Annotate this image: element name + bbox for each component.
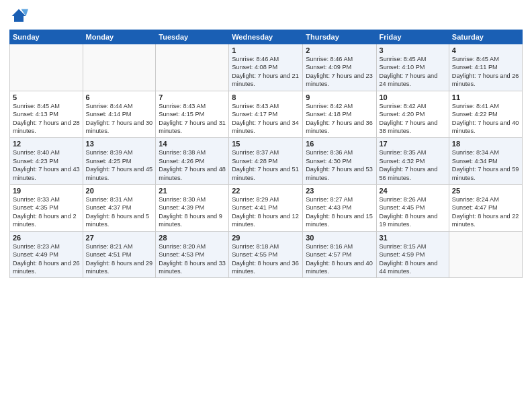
day-number: 11 [452, 93, 519, 101]
day-info: Sunrise: 8:33 AM Sunset: 4:35 PM Dayligh… [13, 195, 80, 229]
calendar-cell: 6Sunrise: 8:44 AM Sunset: 4:14 PM Daylig… [83, 91, 156, 138]
calendar-cell: 22Sunrise: 8:29 AM Sunset: 4:41 PM Dayli… [229, 185, 303, 232]
day-number: 15 [232, 140, 300, 148]
day-number: 20 [86, 187, 153, 195]
calendar-week-3: 12Sunrise: 8:40 AM Sunset: 4:23 PM Dayli… [10, 138, 523, 185]
weekday-header-wednesday: Wednesday [229, 30, 303, 44]
calendar-cell: 7Sunrise: 8:43 AM Sunset: 4:15 PM Daylig… [156, 91, 229, 138]
day-number: 8 [232, 93, 300, 101]
header [9, 7, 523, 26]
day-info: Sunrise: 8:42 AM Sunset: 4:18 PM Dayligh… [306, 102, 373, 136]
day-number: 9 [306, 93, 373, 101]
calendar-cell [10, 44, 83, 91]
calendar-cell: 5Sunrise: 8:45 AM Sunset: 4:13 PM Daylig… [10, 91, 83, 138]
day-info: Sunrise: 8:39 AM Sunset: 4:25 PM Dayligh… [86, 148, 153, 182]
day-number: 22 [232, 187, 300, 195]
day-number: 16 [306, 140, 373, 148]
day-info: Sunrise: 8:23 AM Sunset: 4:49 PM Dayligh… [13, 242, 80, 276]
calendar-cell: 30Sunrise: 8:16 AM Sunset: 4:57 PM Dayli… [303, 231, 376, 278]
calendar: SundayMondayTuesdayWednesdayThursdayFrid… [9, 30, 523, 278]
weekday-header-sunday: Sunday [10, 30, 83, 44]
day-info: Sunrise: 8:24 AM Sunset: 4:47 PM Dayligh… [452, 195, 519, 229]
calendar-cell: 20Sunrise: 8:31 AM Sunset: 4:37 PM Dayli… [83, 185, 156, 232]
day-number: 31 [380, 234, 446, 242]
day-info: Sunrise: 8:27 AM Sunset: 4:43 PM Dayligh… [306, 195, 373, 229]
day-number: 29 [232, 234, 300, 242]
page: SundayMondayTuesdayWednesdayThursdayFrid… [0, 0, 532, 411]
calendar-cell: 27Sunrise: 8:21 AM Sunset: 4:51 PM Dayli… [83, 231, 156, 278]
calendar-cell: 21Sunrise: 8:30 AM Sunset: 4:39 PM Dayli… [156, 185, 229, 232]
weekday-header-monday: Monday [83, 30, 156, 44]
day-info: Sunrise: 8:34 AM Sunset: 4:34 PM Dayligh… [452, 148, 519, 182]
logo-icon [9, 7, 28, 26]
day-info: Sunrise: 8:35 AM Sunset: 4:32 PM Dayligh… [380, 148, 446, 182]
day-info: Sunrise: 8:15 AM Sunset: 4:59 PM Dayligh… [380, 242, 446, 276]
day-number: 19 [13, 187, 80, 195]
day-info: Sunrise: 8:26 AM Sunset: 4:45 PM Dayligh… [380, 195, 446, 229]
day-info: Sunrise: 8:43 AM Sunset: 4:15 PM Dayligh… [159, 102, 226, 136]
calendar-cell: 29Sunrise: 8:18 AM Sunset: 4:55 PM Dayli… [229, 231, 303, 278]
day-info: Sunrise: 8:45 AM Sunset: 4:13 PM Dayligh… [13, 102, 80, 136]
calendar-cell: 2Sunrise: 8:46 AM Sunset: 4:09 PM Daylig… [303, 44, 376, 91]
day-number: 5 [13, 93, 80, 101]
day-number: 14 [159, 140, 226, 148]
day-info: Sunrise: 8:46 AM Sunset: 4:09 PM Dayligh… [306, 55, 373, 89]
calendar-cell: 26Sunrise: 8:23 AM Sunset: 4:49 PM Dayli… [10, 231, 83, 278]
day-number: 13 [86, 140, 153, 148]
weekday-header-row: SundayMondayTuesdayWednesdayThursdayFrid… [10, 30, 523, 44]
day-number: 26 [13, 234, 80, 242]
weekday-header-friday: Friday [376, 30, 449, 44]
day-number: 6 [86, 93, 153, 101]
calendar-cell: 23Sunrise: 8:27 AM Sunset: 4:43 PM Dayli… [303, 185, 376, 232]
day-number: 27 [86, 234, 153, 242]
day-number: 23 [306, 187, 373, 195]
day-number: 4 [452, 46, 519, 54]
calendar-cell [449, 231, 522, 278]
day-info: Sunrise: 8:41 AM Sunset: 4:22 PM Dayligh… [452, 102, 519, 136]
calendar-cell: 25Sunrise: 8:24 AM Sunset: 4:47 PM Dayli… [449, 185, 522, 232]
day-info: Sunrise: 8:45 AM Sunset: 4:11 PM Dayligh… [452, 55, 519, 89]
day-info: Sunrise: 8:46 AM Sunset: 4:08 PM Dayligh… [232, 55, 300, 89]
calendar-cell: 1Sunrise: 8:46 AM Sunset: 4:08 PM Daylig… [229, 44, 303, 91]
day-info: Sunrise: 8:29 AM Sunset: 4:41 PM Dayligh… [232, 195, 300, 229]
day-number: 7 [159, 93, 226, 101]
calendar-cell: 16Sunrise: 8:36 AM Sunset: 4:30 PM Dayli… [303, 138, 376, 185]
day-info: Sunrise: 8:42 AM Sunset: 4:20 PM Dayligh… [380, 102, 446, 136]
calendar-week-1: 1Sunrise: 8:46 AM Sunset: 4:08 PM Daylig… [10, 44, 523, 91]
calendar-cell: 11Sunrise: 8:41 AM Sunset: 4:22 PM Dayli… [449, 91, 522, 138]
weekday-header-thursday: Thursday [303, 30, 376, 44]
calendar-cell: 14Sunrise: 8:38 AM Sunset: 4:26 PM Dayli… [156, 138, 229, 185]
day-info: Sunrise: 8:30 AM Sunset: 4:39 PM Dayligh… [159, 195, 226, 229]
day-info: Sunrise: 8:44 AM Sunset: 4:14 PM Dayligh… [86, 102, 153, 136]
day-number: 28 [159, 234, 226, 242]
logo [9, 7, 30, 26]
calendar-cell: 17Sunrise: 8:35 AM Sunset: 4:32 PM Dayli… [376, 138, 449, 185]
calendar-cell: 3Sunrise: 8:45 AM Sunset: 4:10 PM Daylig… [376, 44, 449, 91]
day-number: 18 [452, 140, 519, 148]
day-info: Sunrise: 8:18 AM Sunset: 4:55 PM Dayligh… [232, 242, 300, 276]
calendar-week-2: 5Sunrise: 8:45 AM Sunset: 4:13 PM Daylig… [10, 91, 523, 138]
day-info: Sunrise: 8:40 AM Sunset: 4:23 PM Dayligh… [13, 148, 80, 182]
day-info: Sunrise: 8:16 AM Sunset: 4:57 PM Dayligh… [306, 242, 373, 276]
calendar-cell: 15Sunrise: 8:37 AM Sunset: 4:28 PM Dayli… [229, 138, 303, 185]
day-info: Sunrise: 8:21 AM Sunset: 4:51 PM Dayligh… [86, 242, 153, 276]
day-info: Sunrise: 8:43 AM Sunset: 4:17 PM Dayligh… [232, 102, 300, 136]
calendar-cell: 8Sunrise: 8:43 AM Sunset: 4:17 PM Daylig… [229, 91, 303, 138]
day-number: 21 [159, 187, 226, 195]
calendar-cell [156, 44, 229, 91]
day-number: 12 [13, 140, 80, 148]
calendar-cell: 9Sunrise: 8:42 AM Sunset: 4:18 PM Daylig… [303, 91, 376, 138]
day-number: 30 [306, 234, 373, 242]
day-number: 25 [452, 187, 519, 195]
calendar-cell: 13Sunrise: 8:39 AM Sunset: 4:25 PM Dayli… [83, 138, 156, 185]
day-info: Sunrise: 8:38 AM Sunset: 4:26 PM Dayligh… [159, 148, 226, 182]
calendar-week-5: 26Sunrise: 8:23 AM Sunset: 4:49 PM Dayli… [10, 231, 523, 278]
calendar-cell [83, 44, 156, 91]
day-info: Sunrise: 8:37 AM Sunset: 4:28 PM Dayligh… [232, 148, 300, 182]
day-info: Sunrise: 8:31 AM Sunset: 4:37 PM Dayligh… [86, 195, 153, 229]
calendar-cell: 28Sunrise: 8:20 AM Sunset: 4:53 PM Dayli… [156, 231, 229, 278]
day-number: 24 [380, 187, 446, 195]
day-number: 2 [306, 46, 373, 54]
day-info: Sunrise: 8:45 AM Sunset: 4:10 PM Dayligh… [380, 55, 446, 89]
calendar-cell: 12Sunrise: 8:40 AM Sunset: 4:23 PM Dayli… [10, 138, 83, 185]
